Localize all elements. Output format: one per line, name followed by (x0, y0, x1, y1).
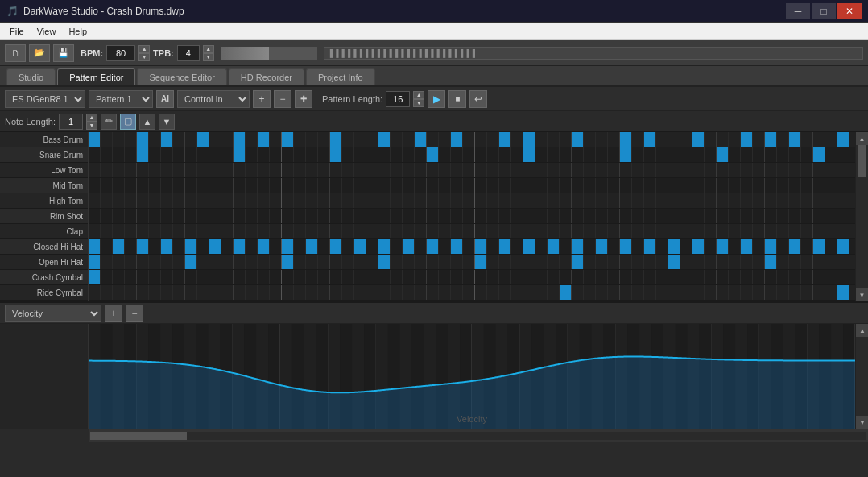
grid-cell[interactable] (234, 147, 246, 162)
grid-cell[interactable] (451, 224, 463, 238)
grid-cell[interactable] (680, 285, 692, 300)
grid-cell[interactable] (705, 224, 717, 238)
grid-cell[interactable] (282, 147, 294, 162)
grid-cell[interactable] (149, 209, 161, 223)
grid-cell[interactable] (221, 209, 234, 223)
grid-scroll-area[interactable] (89, 132, 855, 301)
grid-cell[interactable] (596, 178, 608, 193)
grid-cell[interactable] (572, 270, 584, 284)
grid-cell[interactable] (644, 132, 656, 147)
grid-cell[interactable] (692, 239, 705, 254)
grid-cell[interactable] (149, 239, 161, 254)
grid-cell[interactable] (487, 147, 499, 162)
grid-cell[interactable] (258, 147, 270, 162)
grid-cell[interactable] (342, 224, 354, 238)
grid-cell[interactable] (270, 163, 282, 177)
grid-cell[interactable] (197, 193, 209, 208)
grid-cell[interactable] (125, 209, 137, 223)
grid-cell[interactable] (729, 285, 741, 300)
grid-cell[interactable] (318, 285, 330, 300)
grid-cell[interactable] (487, 224, 499, 238)
grid-cell[interactable] (306, 239, 318, 254)
grid-cell[interactable] (475, 270, 487, 284)
grid-cell[interactable] (584, 147, 596, 162)
pattern-len-down[interactable]: ▼ (413, 99, 424, 107)
grid-cell[interactable] (270, 209, 282, 223)
grid-cell[interactable] (487, 285, 499, 300)
grid-cell[interactable] (185, 285, 197, 300)
grid-cell[interactable] (137, 285, 149, 300)
grid-cell[interactable] (741, 224, 753, 238)
grid-cell[interactable] (415, 270, 427, 284)
grid-cell[interactable] (185, 163, 197, 177)
grid-cell[interactable] (729, 209, 741, 223)
grid-cell[interactable] (837, 285, 849, 300)
grid-cell[interactable] (632, 132, 644, 147)
grid-cell[interactable] (342, 270, 354, 284)
pattern-select[interactable]: Pattern 1 (89, 90, 153, 108)
grid-cell[interactable] (801, 178, 813, 193)
grid-cell[interactable] (306, 132, 318, 147)
grid-cell[interactable] (415, 147, 427, 162)
grid-cell[interactable] (330, 132, 342, 147)
grid-cell[interactable] (197, 270, 209, 284)
grid-cell[interactable] (113, 193, 125, 208)
grid-cell[interactable] (801, 239, 813, 254)
grid-cell[interactable] (209, 224, 221, 238)
grid-cell[interactable] (354, 270, 366, 284)
grid-cell[interactable] (137, 224, 149, 238)
tab-studio[interactable]: Studio (6, 68, 56, 85)
grid-cell[interactable] (849, 147, 855, 162)
up-tool[interactable]: ▲ (139, 114, 155, 130)
grid-cell[interactable] (125, 147, 137, 162)
grid-cell[interactable] (475, 132, 487, 147)
tab-hd-recorder[interactable]: HD Recorder (229, 68, 304, 85)
grid-cell[interactable] (318, 255, 330, 269)
grid-cell[interactable] (378, 147, 391, 162)
grid-cell[interactable] (753, 132, 765, 147)
grid-cell[interactable] (137, 255, 149, 269)
grid-cell[interactable] (837, 224, 849, 238)
grid-cell[interactable] (511, 178, 523, 193)
grid-cell[interactable] (825, 224, 837, 238)
grid-cell[interactable] (246, 193, 258, 208)
grid-cell[interactable] (644, 239, 656, 254)
grid-cell[interactable] (608, 255, 620, 269)
grid-cell[interactable] (729, 224, 741, 238)
grid-cell[interactable] (101, 285, 113, 300)
grid-cell[interactable] (741, 163, 753, 177)
grid-cell[interactable] (463, 239, 475, 254)
close-button[interactable]: ✕ (837, 3, 862, 19)
minimize-button[interactable]: ─ (786, 3, 810, 19)
grid-cell[interactable] (137, 178, 149, 193)
grid-cell[interactable] (499, 132, 511, 147)
grid-cell[interactable] (403, 132, 415, 147)
grid-cell[interactable] (644, 193, 656, 208)
grid-cell[interactable] (306, 147, 318, 162)
grid-cell[interactable] (644, 224, 656, 238)
grid-cell[interactable] (801, 163, 813, 177)
grid-cell[interactable] (354, 255, 366, 269)
grid-cell[interactable] (246, 147, 258, 162)
grid-cell[interactable] (354, 224, 366, 238)
grid-cell[interactable] (270, 178, 282, 193)
grid-cell[interactable] (608, 163, 620, 177)
grid-cell[interactable] (777, 147, 789, 162)
grid-cell[interactable] (439, 224, 451, 238)
grid-cell[interactable] (125, 255, 137, 269)
grid-cell[interactable] (596, 239, 608, 254)
grid-cell[interactable] (813, 147, 825, 162)
grid-cell[interactable] (729, 132, 741, 147)
grid-cell[interactable] (668, 132, 680, 147)
grid-cell[interactable] (463, 147, 475, 162)
grid-cell[interactable] (318, 193, 330, 208)
grid-cell[interactable] (765, 224, 777, 238)
grid-cell[interactable] (668, 255, 680, 269)
grid-cell[interactable] (548, 132, 560, 147)
grid-cell[interactable] (717, 147, 729, 162)
grid-cell[interactable] (246, 209, 258, 223)
grid-cell[interactable] (632, 255, 644, 269)
grid-cell[interactable] (668, 224, 680, 238)
grid-cell[interactable] (729, 147, 741, 162)
grid-cell[interactable] (475, 239, 487, 254)
